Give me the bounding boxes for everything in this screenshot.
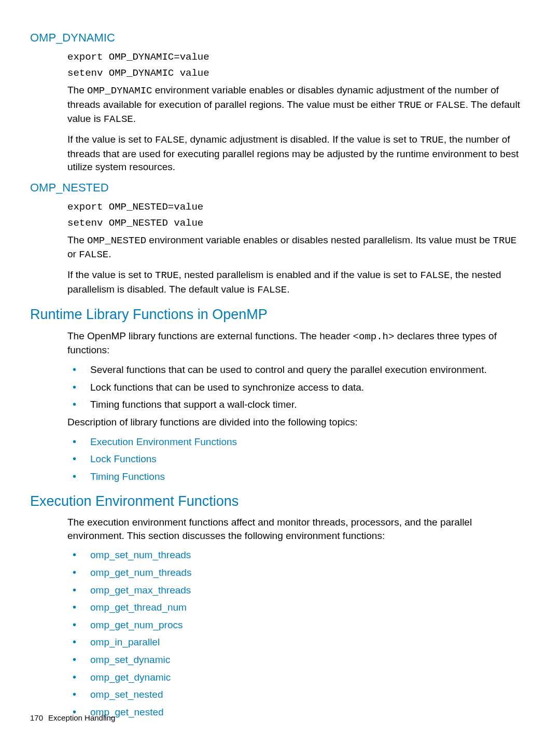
text: . bbox=[108, 248, 111, 259]
text: environment variable enables or disables… bbox=[146, 234, 493, 245]
code-export-omp-nested: export OMP_NESTED=value bbox=[67, 201, 527, 214]
code-inline: FALSE bbox=[257, 284, 287, 296]
code-inline: <omp.h> bbox=[353, 331, 395, 342]
text: or bbox=[67, 248, 79, 259]
list-item: Lock functions that can be used to synch… bbox=[67, 381, 527, 394]
code-inline: OMP_NESTED bbox=[87, 235, 146, 246]
text: The OpenMP library functions are externa… bbox=[67, 330, 353, 341]
block-exec-env: The execution environment functions affe… bbox=[67, 516, 527, 719]
code-inline: FALSE bbox=[79, 249, 108, 260]
code-setenv-omp-nested: setenv OMP_NESTED value bbox=[67, 217, 527, 230]
code-inline: FALSE bbox=[155, 134, 185, 146]
link-omp-get-dynamic[interactable]: omp_get_dynamic bbox=[90, 672, 171, 683]
block-runtime: The OpenMP library functions are externa… bbox=[67, 329, 527, 483]
list-item: omp_get_num_procs bbox=[67, 618, 527, 632]
link-omp-set-nested[interactable]: omp_set_nested bbox=[90, 689, 163, 700]
para-omp-dynamic-1: The OMP_DYNAMIC environment variable ena… bbox=[67, 84, 527, 127]
text: . bbox=[287, 284, 289, 295]
link-omp-in-parallel[interactable]: omp_in_parallel bbox=[90, 637, 160, 647]
page-footer: 170Exception Handling bbox=[30, 713, 115, 723]
code-inline: FALSE bbox=[104, 114, 133, 125]
list-item: Timing functions that support a wall-clo… bbox=[67, 398, 527, 411]
heading-exec-env: Execution Environment Functions bbox=[30, 492, 530, 510]
list-item: Execution Environment Functions bbox=[67, 435, 527, 449]
link-lock-functions[interactable]: Lock Functions bbox=[90, 453, 157, 464]
list-item: omp_set_num_threads bbox=[67, 548, 527, 562]
text: Several functions that can be used to co… bbox=[90, 364, 487, 375]
code-inline: TRUE bbox=[493, 235, 517, 246]
text: Timing functions that support a wall-clo… bbox=[90, 399, 297, 410]
code-inline: FALSE bbox=[420, 270, 450, 281]
text: If the value is set to bbox=[67, 269, 155, 280]
text: The bbox=[67, 85, 87, 95]
text: Lock functions that can be used to synch… bbox=[90, 382, 364, 393]
list-item: omp_get_num_threads bbox=[67, 566, 527, 579]
text: The bbox=[67, 234, 87, 245]
list-item: omp_get_thread_num bbox=[67, 601, 527, 614]
list-item: omp_get_dynamic bbox=[67, 671, 527, 684]
para-omp-nested-2: If the value is set to TRUE, nested para… bbox=[67, 268, 527, 297]
text: , nested parallelism is enabled and if t… bbox=[179, 269, 421, 280]
text: or bbox=[422, 99, 436, 110]
link-exec-env-functions[interactable]: Execution Environment Functions bbox=[90, 436, 237, 447]
para-omp-nested-1: The OMP_NESTED environment variable enab… bbox=[67, 233, 527, 262]
para-runtime-intro: The OpenMP library functions are externa… bbox=[67, 329, 527, 357]
heading-omp-nested: OMP_NESTED bbox=[30, 180, 530, 196]
para-omp-dynamic-2: If the value is set to FALSE, dynamic ad… bbox=[67, 133, 527, 174]
list-item: omp_set_nested bbox=[67, 688, 527, 701]
list-item: omp_set_dynamic bbox=[67, 653, 527, 667]
link-omp-get-num-procs[interactable]: omp_get_num_procs bbox=[90, 619, 183, 630]
heading-runtime-library: Runtime Library Functions in OpenMP bbox=[30, 305, 530, 324]
list-runtime-topics: Execution Environment Functions Lock Fun… bbox=[67, 435, 527, 483]
text: . bbox=[133, 113, 136, 124]
code-export-omp-dynamic: export OMP_DYNAMIC=value bbox=[67, 51, 527, 64]
link-omp-get-max-threads[interactable]: omp_get_max_threads bbox=[90, 585, 191, 596]
link-omp-set-dynamic[interactable]: omp_set_dynamic bbox=[90, 654, 170, 665]
list-exec-env-functions: omp_set_num_threads omp_get_num_threads … bbox=[67, 548, 527, 719]
para-exec-env-intro: The execution environment functions affe… bbox=[67, 516, 527, 542]
code-inline: TRUE bbox=[398, 100, 422, 111]
list-item: omp_get_max_threads bbox=[67, 584, 527, 597]
link-omp-get-num-threads[interactable]: omp_get_num_threads bbox=[90, 567, 191, 578]
text: , dynamic adjustment is disabled. If the… bbox=[185, 134, 420, 145]
list-runtime-types: Several functions that can be used to co… bbox=[67, 363, 527, 411]
list-item: omp_get_nested bbox=[67, 706, 527, 719]
link-omp-get-thread-num[interactable]: omp_get_thread_num bbox=[90, 602, 187, 613]
para-runtime-topics: Description of library functions are div… bbox=[67, 416, 527, 429]
footer-title: Exception Handling bbox=[48, 713, 115, 722]
code-inline: FALSE bbox=[436, 100, 466, 111]
code-inline: TRUE bbox=[155, 270, 179, 281]
block-omp-nested: export OMP_NESTED=value setenv OMP_NESTE… bbox=[67, 201, 527, 297]
code-inline: TRUE bbox=[420, 134, 444, 146]
heading-omp-dynamic: OMP_DYNAMIC bbox=[30, 30, 530, 46]
link-omp-set-num-threads[interactable]: omp_set_num_threads bbox=[90, 549, 191, 560]
code-setenv-omp-dynamic: setenv OMP_DYNAMIC value bbox=[67, 67, 527, 80]
list-item: Several functions that can be used to co… bbox=[67, 363, 527, 377]
block-omp-dynamic: export OMP_DYNAMIC=value setenv OMP_DYNA… bbox=[67, 51, 527, 174]
list-item: Timing Functions bbox=[67, 470, 527, 483]
code-inline: OMP_DYNAMIC bbox=[87, 85, 152, 96]
page-number: 170 bbox=[30, 713, 43, 722]
text: If the value is set to bbox=[67, 134, 155, 145]
link-timing-functions[interactable]: Timing Functions bbox=[90, 471, 165, 482]
list-item: omp_in_parallel bbox=[67, 636, 527, 649]
page: OMP_DYNAMIC export OMP_DYNAMIC=value set… bbox=[0, 0, 560, 746]
list-item: Lock Functions bbox=[67, 452, 527, 466]
